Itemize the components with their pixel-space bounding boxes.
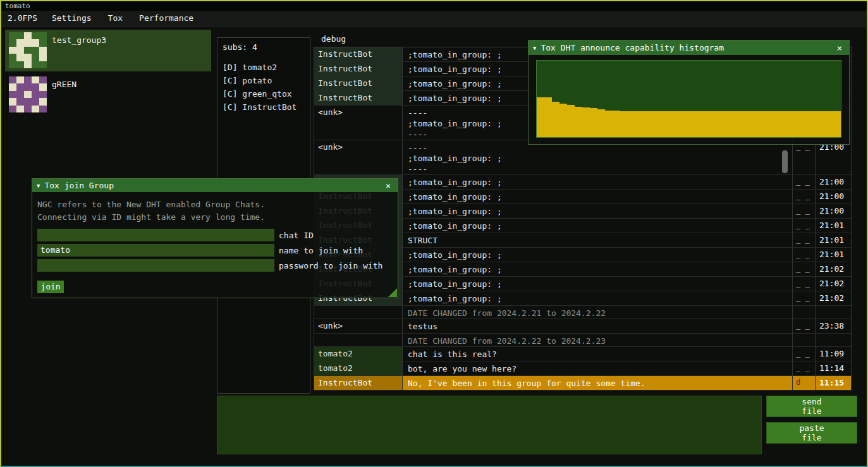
- menu-item-tox[interactable]: Tox: [100, 11, 131, 26]
- histogram-bar: [704, 111, 712, 137]
- chat-message-row[interactable]: InstructBotNo, I've been in this group f…: [314, 376, 851, 391]
- menu-item-settings[interactable]: Settings: [44, 11, 100, 26]
- message-cell: ;tomato_in_group: ;: [403, 219, 793, 233]
- flags-cell: _ _: [793, 347, 816, 361]
- member-item-c-green-qtox[interactable]: [C] green_qtox: [217, 87, 310, 100]
- sender-name-cell: InstructBot: [314, 62, 403, 76]
- histogram-bar: [719, 111, 727, 137]
- tab-debug[interactable]: debug: [314, 32, 353, 45]
- message-cell: ;tomato_in_group: ;: [403, 277, 793, 291]
- member-item-c-instructbot[interactable]: [C] InstructBot: [217, 100, 310, 114]
- join-password-input[interactable]: [37, 259, 274, 272]
- histogram-bar: [666, 111, 674, 137]
- message-cell: DATE CHANGED from 2024.2.21 to 2024.2.22: [403, 306, 793, 318]
- contact-item-test-group3[interactable]: test_group3: [5, 30, 211, 71]
- send-file-button[interactable]: send file: [766, 396, 857, 417]
- timestamp-cell: 21:01: [816, 233, 851, 247]
- message-cell: ;tomato_in_group: ;: [403, 175, 793, 189]
- message-cell: testus: [403, 319, 793, 333]
- join-field-row: tomatoname to join with: [37, 244, 393, 257]
- window-title: tomato: [5, 2, 30, 10]
- subs-count-label: subs: 4: [217, 38, 310, 54]
- message-cell: bot, are you new here?: [403, 361, 793, 375]
- timestamp-cell: 21:01: [816, 248, 851, 262]
- histogram-bar: [712, 111, 719, 137]
- histogram-bar: [826, 111, 833, 137]
- contact-item-green[interactable]: gREEN: [5, 74, 211, 116]
- chat-message-row[interactable]: <unk>---- ;tomato_in_group: ; ----_ _21:…: [314, 140, 851, 175]
- histogram-bar: [788, 111, 795, 137]
- contact-avatar: [9, 76, 47, 112]
- collapse-icon[interactable]: ▼: [533, 45, 536, 51]
- chat-message-row[interactable]: tomato2chat is this real?_ _11:09: [314, 347, 851, 361]
- dht-histogram-titlebar[interactable]: ▼ Tox DHT announce capability histogram …: [529, 40, 849, 55]
- message-cell: DATE CHANGED from 2024.2.22 to 2024.2.23: [403, 334, 793, 346]
- join-button[interactable]: join: [37, 281, 64, 293]
- flags-cell: _ _: [793, 140, 816, 174]
- date-separator-row[interactable]: DATE CHANGED from 2024.2.22 to 2024.2.23: [314, 334, 851, 347]
- chat-message-row[interactable]: <unk>testus_ _23:38: [314, 319, 851, 334]
- histogram-bar: [605, 111, 613, 137]
- histogram-bar: [757, 111, 765, 137]
- timestamp-cell: 11:14: [816, 361, 851, 375]
- join-name-input[interactable]: tomato: [37, 244, 274, 257]
- resize-grip-icon[interactable]: [388, 288, 397, 297]
- histogram-bar: [803, 111, 810, 137]
- menu-item-performance[interactable]: Performance: [131, 11, 202, 26]
- paste-file-button[interactable]: paste file: [766, 422, 857, 444]
- join-group-title: Tox join Group: [44, 181, 383, 190]
- histogram-bar: [773, 111, 780, 137]
- flags-cell: _ _: [793, 175, 816, 189]
- sender-name-cell: <unk>: [314, 140, 403, 174]
- message-cell: ;tomato_in_group: ;: [403, 262, 793, 276]
- date-separator-row[interactable]: DATE CHANGED from 2024.2.21 to 2024.2.22: [314, 306, 851, 319]
- sender-name-cell: InstructBot: [314, 376, 403, 390]
- member-item-d-tomato2[interactable]: [D] tomato2: [217, 61, 310, 74]
- collapse-icon[interactable]: ▼: [37, 183, 40, 189]
- app-window: tomato 2.0FPSSettingsToxPerformance test…: [0, 0, 868, 467]
- timestamp-cell: 21:02: [816, 277, 851, 291]
- histogram-bar: [818, 111, 826, 137]
- chat-message-row[interactable]: tomato2bot, are you new here?_ _11:14: [314, 361, 851, 376]
- message-input[interactable]: [217, 396, 762, 454]
- histogram-bar: [628, 111, 635, 137]
- sender-name-cell: tomato2: [314, 347, 403, 361]
- timestamp-cell: 21:00: [816, 204, 851, 218]
- chat-id-label: chat ID: [279, 231, 314, 240]
- close-icon[interactable]: ×: [834, 43, 845, 53]
- sender-name-cell: InstructBot: [314, 47, 403, 61]
- chat-id-input[interactable]: [37, 229, 274, 241]
- dht-histogram-title: Tox DHT announce capability histogram: [541, 43, 834, 52]
- join-field-row: password to join with: [37, 259, 393, 272]
- sender-name-cell: tomato2: [314, 361, 403, 375]
- chat-scrollbar-thumb[interactable]: [782, 150, 788, 173]
- message-cell: ;tomato_in_group: ;: [403, 248, 793, 262]
- timestamp-cell: 23:38: [816, 319, 851, 333]
- histogram-bar: [765, 111, 773, 137]
- histogram-bar: [559, 104, 567, 137]
- histogram-bar: [597, 109, 605, 137]
- message-cell: ;tomato_in_group: ;: [403, 190, 793, 203]
- flags-cell: [793, 306, 816, 318]
- histogram-bar: [613, 111, 620, 137]
- histogram-bar: [780, 111, 788, 137]
- timestamp-cell: [816, 334, 851, 346]
- histogram-bar: [575, 107, 582, 137]
- histogram-plot: [536, 60, 841, 138]
- histogram-bar: [659, 111, 666, 137]
- histogram-bar: [735, 111, 742, 137]
- histogram-bar: [833, 111, 841, 137]
- message-cell: No, I've been in this group for quite so…: [403, 376, 793, 390]
- timestamp-cell: 21:00: [816, 175, 851, 189]
- join-group-titlebar[interactable]: ▼ Tox join Group ×: [32, 179, 398, 192]
- flags-cell: _ _: [793, 204, 816, 218]
- timestamp-cell: 21:02: [816, 291, 851, 305]
- message-cell: ;tomato_in_group: ;: [403, 204, 793, 218]
- join-info-line1: NGC refers to the New DHT enabled Group …: [37, 198, 393, 211]
- member-item-c-potato[interactable]: [C] potato: [217, 74, 310, 87]
- close-icon[interactable]: ×: [383, 181, 393, 191]
- histogram-bar: [750, 111, 757, 137]
- join-group-window: ▼ Tox join Group × NGC refers to the New…: [32, 178, 398, 298]
- contact-name: gREEN: [52, 80, 76, 89]
- join-info-line2: Connecting via ID might take a very long…: [37, 211, 393, 224]
